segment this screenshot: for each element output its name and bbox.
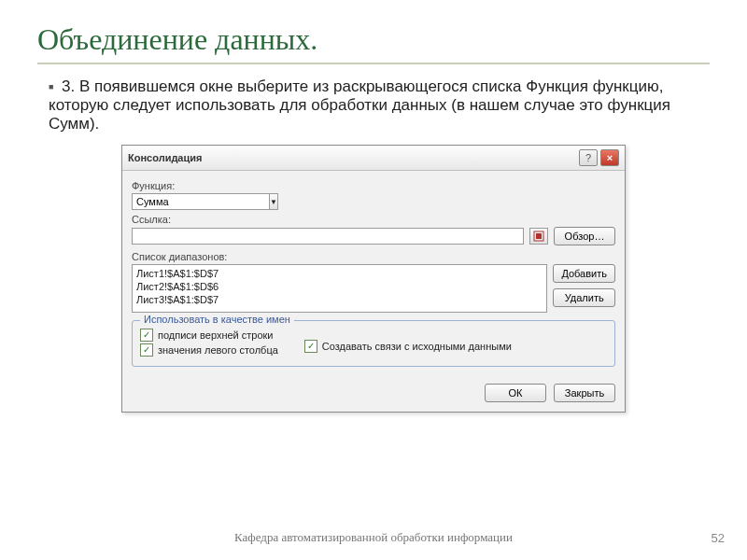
slide-footer: Кафедра автоматизированной обработки инф… bbox=[0, 530, 747, 545]
list-item[interactable]: Лист2!$A$1:$D$6 bbox=[136, 280, 543, 293]
function-input[interactable] bbox=[132, 193, 269, 210]
svg-rect-1 bbox=[536, 233, 542, 239]
groupbox-legend: Использовать в качестве имен bbox=[140, 314, 294, 325]
close-icon[interactable]: × bbox=[600, 149, 619, 166]
create-links-checkbox-label: Создавать связи с исходными данными bbox=[322, 341, 512, 352]
ok-button[interactable]: ОК bbox=[485, 384, 546, 402]
use-labels-groupbox: Использовать в качестве имен ✓ подписи в… bbox=[132, 320, 615, 367]
browse-button[interactable]: Обзор… bbox=[554, 227, 615, 245]
function-label: Функция: bbox=[132, 180, 615, 191]
range-picker-icon[interactable] bbox=[529, 228, 548, 245]
top-row-checkbox[interactable]: ✓ bbox=[140, 329, 153, 342]
bullet-item: 3. В появившемся окне выберите из раскры… bbox=[49, 77, 710, 133]
create-links-checkbox[interactable]: ✓ bbox=[304, 340, 317, 353]
dialog-titlebar: Консолидация ? × bbox=[122, 146, 625, 171]
dialog-title: Консолидация bbox=[128, 152, 202, 163]
delete-button[interactable]: Удалить bbox=[553, 288, 615, 307]
close-button[interactable]: Закрыть bbox=[554, 384, 615, 402]
reference-label: Ссылка: bbox=[132, 214, 615, 225]
list-item[interactable]: Лист3!$A$1:$D$7 bbox=[136, 293, 543, 306]
list-item[interactable]: Лист1!$A$1:$D$7 bbox=[136, 267, 543, 280]
slide-title: Объединение данных. bbox=[37, 22, 710, 64]
left-col-checkbox-label: значения левого столбца bbox=[158, 344, 278, 356]
page-number: 52 bbox=[712, 531, 725, 545]
consolidate-dialog: Консолидация ? × Функция: ▼ Ссылка: bbox=[121, 145, 626, 413]
ranges-label: Список диапазонов: bbox=[132, 251, 615, 262]
reference-input[interactable] bbox=[132, 228, 524, 245]
top-row-checkbox-label: подписи верхней строки bbox=[158, 329, 274, 341]
function-combobox[interactable]: ▼ bbox=[132, 193, 262, 210]
left-col-checkbox[interactable]: ✓ bbox=[140, 343, 153, 357]
chevron-down-icon[interactable]: ▼ bbox=[269, 193, 278, 210]
help-button[interactable]: ? bbox=[579, 149, 598, 166]
add-button[interactable]: Добавить bbox=[553, 264, 615, 283]
ranges-listbox[interactable]: Лист1!$A$1:$D$7 Лист2!$A$1:$D$6 Лист3!$A… bbox=[132, 264, 547, 313]
